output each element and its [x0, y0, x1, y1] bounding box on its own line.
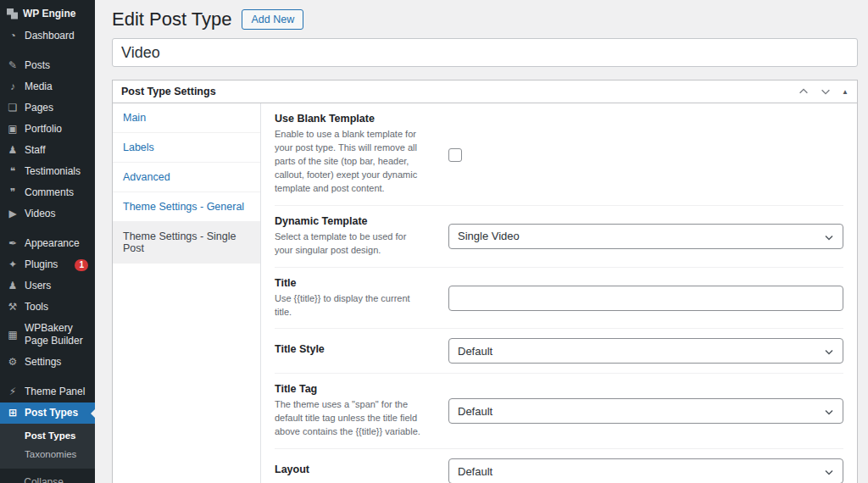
sidebar-item-wpbakery-page-builder[interactable]: ▦ WPBakery Page Builder — [0, 318, 95, 352]
move-up-icon[interactable] — [798, 86, 810, 97]
metabox-title: Post Type Settings — [121, 86, 798, 97]
field-label: Layout — [275, 464, 425, 475]
sidebar-item-label: Plugins — [25, 258, 69, 271]
sidebar-item-media[interactable]: ♪ Media — [0, 76, 95, 97]
submenu-item-post-types[interactable]: Post Types — [0, 426, 95, 445]
sidebar-item-pages[interactable]: ❏ Pages — [0, 97, 95, 119]
sidebar-item-tools[interactable]: ⚒ Tools — [0, 297, 95, 318]
sidebar-item-videos[interactable]: ▶ Videos — [0, 203, 95, 225]
menu-separator — [0, 225, 95, 233]
sidebar-item-wp-engine[interactable]: WP Engine — [0, 0, 95, 25]
sidebar-item-comments[interactable]: ❞ Comments — [0, 182, 95, 203]
field-label: Use Blank Template — [275, 113, 425, 125]
settings-icon: ⚙ — [7, 356, 19, 369]
collapse-menu-label: Collapse menu — [24, 476, 88, 483]
field-description: The theme uses a "span" for the default … — [275, 398, 425, 439]
title-input[interactable] — [448, 286, 843, 311]
title-tag-select[interactable]: Default — [448, 398, 843, 424]
title-style-select[interactable]: Default — [448, 338, 843, 364]
main-content: Edit Post Type Add New Post Type Setting… — [95, 0, 868, 483]
plugins-update-badge: 1 — [75, 259, 88, 271]
sidebar-item-label: Dashboard — [25, 30, 88, 42]
chevron-down-icon — [822, 405, 836, 419]
sidebar-item-label: Media — [25, 80, 88, 93]
users-icon: ♟ — [7, 280, 19, 292]
sidebar-item-plugins[interactable]: ✦ Plugins 1 — [0, 254, 95, 275]
brand-label: WP Engine — [23, 8, 75, 19]
page-header: Edit Post Type Add New — [112, 8, 858, 31]
sidebar-item-posts[interactable]: ✎ Posts — [0, 55, 95, 76]
sidebar-item-label: Testimonials — [25, 165, 88, 178]
dynamic-template-select[interactable]: Single Video — [448, 224, 843, 249]
tab-main[interactable]: Main — [113, 103, 260, 133]
menu-separator — [0, 47, 95, 55]
add-new-button[interactable]: Add New — [242, 9, 303, 30]
tools-icon: ⚒ — [7, 301, 19, 314]
field-row-title-style: Title Style Default — [275, 329, 843, 374]
post-type-title-input[interactable] — [112, 38, 858, 67]
post-types-icon: ⊞ — [7, 407, 19, 419]
metabox-header: Post Type Settings ▲ — [113, 80, 857, 103]
sidebar-item-label: Settings — [25, 356, 88, 369]
post-title-wrap — [112, 38, 858, 67]
wpengine-logo-icon — [7, 8, 18, 19]
move-down-icon[interactable] — [820, 86, 832, 97]
layout-select[interactable]: Default — [448, 458, 843, 483]
collapse-toggle-icon[interactable]: ▲ — [842, 88, 849, 96]
use-blank-template-checkbox[interactable] — [448, 148, 462, 162]
chevron-down-icon — [822, 230, 836, 244]
field-label: Dynamic Template — [275, 215, 425, 227]
post-type-settings-metabox: Post Type Settings ▲ Main Labels Advance… — [112, 80, 858, 483]
field-row-title-tag: Title Tag The theme uses a "span" for th… — [275, 374, 843, 449]
sidebar-item-testimonials[interactable]: ❝ Testimonials — [0, 161, 95, 182]
plugins-icon: ✦ — [7, 258, 19, 271]
sidebar-item-label: WPBakery Page Builder — [25, 322, 88, 347]
field-row-dynamic-template: Dynamic Template Select a template to be… — [275, 206, 843, 268]
sidebar-item-post-types[interactable]: ⊞ Post Types — [0, 402, 95, 424]
field-row-use-blank-template: Use Blank Template Enable to use a blank… — [275, 103, 843, 206]
field-label: Title Style — [275, 343, 425, 355]
theme-panel-icon: ⚡ — [7, 386, 19, 398]
chevron-down-icon — [822, 345, 836, 358]
field-description: Enable to use a blank template for your … — [275, 128, 425, 196]
select-value: Default — [458, 465, 492, 478]
sidebar-item-label: Comments — [25, 186, 88, 199]
sidebar-item-staff[interactable]: ♟ Staff — [0, 140, 95, 161]
sidebar-item-label: Pages — [25, 102, 88, 114]
sidebar-item-label: Portfolio — [25, 123, 88, 136]
tab-theme-settings-single-post[interactable]: Theme Settings - Single Post — [113, 222, 260, 264]
settings-tabs: Main Labels Advanced Theme Settings - Ge… — [113, 103, 261, 483]
sidebar-item-theme-panel[interactable]: ⚡ Theme Panel — [0, 381, 95, 402]
field-description: Use {{title}} to display the current tit… — [275, 292, 425, 319]
dashboard-icon: ◔ — [7, 30, 19, 42]
page-title: Edit Post Type — [112, 8, 231, 31]
field-label: Title — [275, 277, 425, 289]
tab-theme-settings-general[interactable]: Theme Settings - General — [113, 192, 260, 222]
testimonials-icon: ❝ — [7, 165, 19, 178]
videos-icon: ▶ — [7, 208, 19, 220]
field-description: Select a template to be used for your si… — [275, 230, 425, 258]
sidebar-item-label: Staff — [25, 144, 88, 157]
sidebar-item-users[interactable]: ♟ Users — [0, 275, 95, 297]
sidebar-item-label: Tools — [25, 301, 88, 314]
select-value: Default — [458, 405, 492, 418]
submenu-item-taxonomies[interactable]: Taxonomies — [0, 445, 95, 464]
appearance-icon: ✒ — [7, 237, 19, 250]
post-types-submenu: Post Types Taxonomies — [0, 424, 95, 469]
settings-fields: Use Blank Template Enable to use a blank… — [261, 103, 857, 483]
admin-sidebar: WP Engine ◔ Dashboard ✎ Posts ♪ Media ❏ … — [0, 0, 95, 483]
select-value: Single Video — [458, 230, 520, 242]
sidebar-item-dashboard[interactable]: ◔ Dashboard — [0, 25, 95, 47]
sidebar-item-appearance[interactable]: ✒ Appearance — [0, 233, 95, 254]
staff-icon: ♟ — [7, 144, 19, 157]
wpbakery-icon: ▦ — [7, 329, 19, 341]
metabox-header-icons: ▲ — [798, 86, 849, 97]
collapse-menu-button[interactable]: ◀ Collapse menu — [0, 469, 95, 483]
sidebar-item-label: Theme Panel — [25, 386, 88, 398]
sidebar-item-settings[interactable]: ⚙ Settings — [0, 352, 95, 373]
sidebar-item-portfolio[interactable]: ▣ Portfolio — [0, 119, 95, 140]
sidebar-item-label: Videos — [25, 208, 88, 220]
tab-advanced[interactable]: Advanced — [113, 163, 260, 192]
comments-icon: ❞ — [7, 186, 19, 199]
tab-labels[interactable]: Labels — [113, 133, 260, 163]
